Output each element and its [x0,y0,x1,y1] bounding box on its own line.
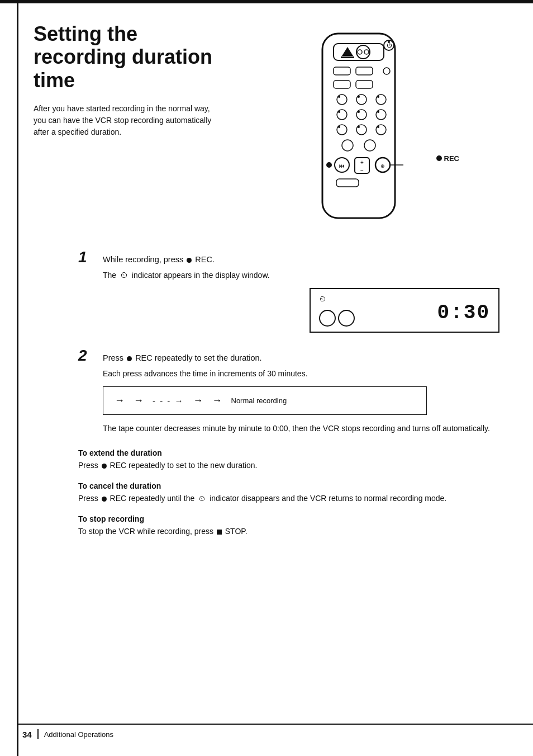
footer-divider [37,729,39,739]
arrow-4: → [212,395,222,407]
page-title: Setting the recording duration time [34,22,212,92]
svg-text:−: − [360,167,364,173]
remote-control-svg: ⏻ [306,28,417,229]
step-2-tape-counter: The tape counter decreases minute by min… [103,423,499,434]
stop-square-icon [217,530,222,535]
svg-point-9 [388,41,390,43]
remote-control-wrapper: ⏻ [306,28,417,231]
sub-section-cancel: To cancel the duration Press REC repeate… [78,481,499,504]
step-1-sub: The ⏲ indicator appears in the display w… [103,270,499,281]
svg-rect-10 [334,67,350,75]
arrow-diagram: → → - - - → → → Normal recording [103,386,427,415]
cancel-body: Press REC repeatedly until the ⏲ indicat… [78,493,499,504]
svg-text:⏮: ⏮ [339,163,345,169]
rec-label: REC [436,154,459,163]
svg-point-5 [358,50,362,54]
timer-icon-inline: ⏲ [120,271,128,280]
svg-rect-11 [356,67,373,75]
step-2-number: 2 [78,347,94,365]
arrow-3: → [193,395,203,407]
step-1-text: While recording, press REC. [103,254,215,266]
svg-text:⏻: ⏻ [387,42,392,48]
rec-dot-icon [436,155,442,161]
sub-section-stop: To stop recording To stop the VCR while … [78,514,499,537]
display-time: 0:30 [437,301,490,324]
steps-section: 1 While recording, press REC. The ⏲ indi… [34,248,499,434]
display-window: ⏲ 0:30 [103,288,499,333]
rec-bullet-cancel [102,497,107,502]
display-box: ⏲ 0:30 [310,288,499,333]
svg-point-30 [338,126,340,128]
svg-rect-13 [334,81,350,88]
svg-rect-44 [336,179,359,187]
rec-bullet-extend [102,464,107,469]
svg-point-25 [358,111,360,113]
remote-image-area: ⏻ [223,22,499,231]
svg-point-18 [338,96,340,98]
svg-text:+: + [360,159,364,166]
page-number: 34 [22,730,32,739]
cancel-title: To cancel the duration [78,481,499,490]
title-area: Setting the recording duration time Afte… [34,22,223,138]
timer-symbol-display: ⏲ [319,295,326,303]
description-text: After you have started recording in the … [34,103,212,138]
step-1-number: 1 [78,248,94,266]
stop-title: To stop recording [78,514,499,523]
svg-point-31 [358,126,360,128]
arrow-1: → [115,395,125,407]
svg-rect-3 [341,56,354,58]
svg-point-24 [338,111,340,113]
sub-sections: To extend the duration Press REC repeate… [34,448,499,537]
svg-rect-14 [356,81,373,88]
extend-body: Press REC repeatedly to set to the new d… [78,460,499,471]
display-left: ⏲ [319,295,355,327]
svg-point-19 [358,96,360,98]
rec-bullet-1 [187,258,192,263]
rec-bullet-2 [127,356,132,361]
svg-point-35 [326,162,332,168]
display-circles [319,310,355,327]
footer-section: Additional Operations [44,730,113,739]
page-footer: 34 Additional Operations [17,724,533,739]
step-2-text: Press REC repeatedly to set the duration… [103,352,262,365]
normal-recording-label: Normal recording [231,396,287,405]
step-1-header: 1 While recording, press REC. [78,248,499,266]
svg-point-6 [364,50,369,54]
svg-text:⊕: ⊕ [380,163,385,169]
header-section: Setting the recording duration time Afte… [34,22,499,231]
stop-body: To stop the VCR while recording, press S… [78,526,499,537]
svg-point-34 [364,140,375,151]
display-circle-2 [338,310,355,327]
arrow-dashed: - - - → [153,396,184,405]
svg-point-12 [383,68,390,74]
step-2-header: 2 Press REC repeatedly to set the durati… [78,347,499,365]
svg-point-26 [377,111,379,113]
step-2-sub: Each press advances the time in incremen… [103,368,499,380]
svg-point-32 [377,126,379,128]
arrow-2: → [134,395,144,407]
svg-point-33 [342,140,353,151]
extend-title: To extend the duration [78,448,499,457]
timer-icon-cancel: ⏲ [198,494,206,503]
sub-section-extend: To extend the duration Press REC repeate… [78,448,499,471]
step-2: 2 Press REC repeatedly to set the durati… [78,347,499,434]
display-circle-1 [319,310,336,327]
step-1: 1 While recording, press REC. The ⏲ indi… [78,248,499,333]
svg-point-20 [377,96,379,98]
rec-text: REC [444,154,459,163]
